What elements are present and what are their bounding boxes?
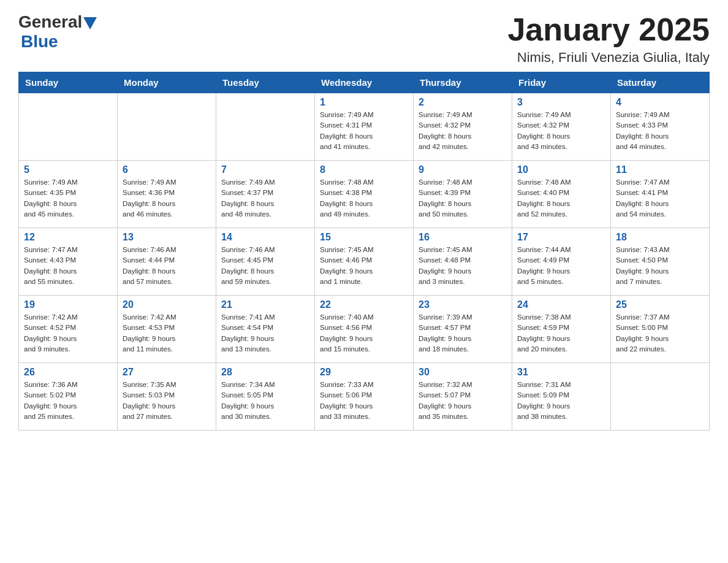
calendar-cell: 1Sunrise: 7:49 AM Sunset: 4:31 PM Daylig… [315, 93, 414, 161]
day-number: 17 [517, 232, 605, 243]
day-info: Sunrise: 7:47 AM Sunset: 4:41 PM Dayligh… [616, 177, 704, 220]
calendar-cell [611, 363, 710, 431]
day-number: 3 [517, 97, 605, 108]
logo-general-text: General [18, 12, 82, 32]
day-info: Sunrise: 7:48 AM Sunset: 4:38 PM Dayligh… [320, 177, 408, 220]
month-title: January 2025 [507, 12, 710, 47]
day-info: Sunrise: 7:32 AM Sunset: 5:07 PM Dayligh… [419, 380, 507, 422]
day-info: Sunrise: 7:46 AM Sunset: 4:45 PM Dayligh… [221, 245, 309, 287]
calendar-cell: 16Sunrise: 7:45 AM Sunset: 4:48 PM Dayli… [414, 228, 512, 296]
calendar-cell: 4Sunrise: 7:49 AM Sunset: 4:33 PM Daylig… [611, 93, 710, 161]
weekday-header-wednesday: Wednesday [315, 72, 414, 93]
calendar-cell: 12Sunrise: 7:47 AM Sunset: 4:43 PM Dayli… [19, 228, 118, 296]
calendar-cell: 6Sunrise: 7:49 AM Sunset: 4:36 PM Daylig… [118, 161, 216, 228]
day-number: 5 [24, 164, 112, 175]
day-info: Sunrise: 7:49 AM Sunset: 4:32 PM Dayligh… [419, 110, 507, 152]
calendar-cell: 13Sunrise: 7:46 AM Sunset: 4:44 PM Dayli… [118, 228, 216, 296]
day-number: 9 [419, 164, 507, 175]
day-info: Sunrise: 7:40 AM Sunset: 4:56 PM Dayligh… [320, 312, 408, 354]
day-number: 13 [123, 232, 211, 243]
day-info: Sunrise: 7:41 AM Sunset: 4:54 PM Dayligh… [221, 312, 309, 354]
calendar-cell: 19Sunrise: 7:42 AM Sunset: 4:52 PM Dayli… [19, 296, 118, 363]
calendar-cell: 20Sunrise: 7:42 AM Sunset: 4:53 PM Dayli… [118, 296, 216, 363]
day-info: Sunrise: 7:46 AM Sunset: 4:44 PM Dayligh… [123, 245, 211, 287]
day-info: Sunrise: 7:49 AM Sunset: 4:32 PM Dayligh… [517, 110, 605, 152]
day-number: 18 [616, 232, 704, 243]
day-info: Sunrise: 7:49 AM Sunset: 4:33 PM Dayligh… [616, 110, 704, 152]
weekday-header-row: SundayMondayTuesdayWednesdayThursdayFrid… [19, 72, 710, 93]
day-info: Sunrise: 7:38 AM Sunset: 4:59 PM Dayligh… [517, 312, 605, 354]
day-info: Sunrise: 7:39 AM Sunset: 4:57 PM Dayligh… [419, 312, 507, 354]
location-title: Nimis, Friuli Venezia Giulia, Italy [507, 50, 710, 66]
calendar-cell: 11Sunrise: 7:47 AM Sunset: 4:41 PM Dayli… [611, 161, 710, 228]
week-row-3: 19Sunrise: 7:42 AM Sunset: 4:52 PM Dayli… [19, 296, 710, 363]
day-number: 4 [616, 97, 704, 108]
day-number: 26 [24, 367, 112, 378]
weekday-header-tuesday: Tuesday [216, 72, 315, 93]
day-info: Sunrise: 7:49 AM Sunset: 4:36 PM Dayligh… [123, 177, 211, 220]
calendar-cell: 24Sunrise: 7:38 AM Sunset: 4:59 PM Dayli… [512, 296, 611, 363]
day-number: 31 [517, 367, 605, 378]
day-number: 22 [320, 299, 408, 310]
day-number: 20 [123, 299, 211, 310]
calendar-cell: 9Sunrise: 7:48 AM Sunset: 4:39 PM Daylig… [414, 161, 512, 228]
day-info: Sunrise: 7:45 AM Sunset: 4:48 PM Dayligh… [419, 245, 507, 287]
calendar-table: SundayMondayTuesdayWednesdayThursdayFrid… [18, 72, 710, 431]
calendar-cell [118, 93, 216, 161]
logo-triangle-icon [83, 17, 97, 29]
day-info: Sunrise: 7:49 AM Sunset: 4:31 PM Dayligh… [320, 110, 408, 152]
day-number: 6 [123, 164, 211, 175]
day-info: Sunrise: 7:31 AM Sunset: 5:09 PM Dayligh… [517, 380, 605, 422]
calendar-cell: 10Sunrise: 7:48 AM Sunset: 4:40 PM Dayli… [512, 161, 611, 228]
calendar-cell: 2Sunrise: 7:49 AM Sunset: 4:32 PM Daylig… [414, 93, 512, 161]
day-number: 12 [24, 232, 112, 243]
day-number: 25 [616, 299, 704, 310]
day-info: Sunrise: 7:49 AM Sunset: 4:35 PM Dayligh… [24, 177, 112, 220]
calendar-cell: 21Sunrise: 7:41 AM Sunset: 4:54 PM Dayli… [216, 296, 315, 363]
day-number: 23 [419, 299, 507, 310]
weekday-header-thursday: Thursday [414, 72, 512, 93]
day-info: Sunrise: 7:35 AM Sunset: 5:03 PM Dayligh… [123, 380, 211, 422]
calendar-cell: 14Sunrise: 7:46 AM Sunset: 4:45 PM Dayli… [216, 228, 315, 296]
calendar-cell: 30Sunrise: 7:32 AM Sunset: 5:07 PM Dayli… [414, 363, 512, 431]
day-number: 29 [320, 367, 408, 378]
day-number: 19 [24, 299, 112, 310]
day-info: Sunrise: 7:33 AM Sunset: 5:06 PM Dayligh… [320, 380, 408, 422]
weekday-header-sunday: Sunday [19, 72, 118, 93]
day-info: Sunrise: 7:42 AM Sunset: 4:52 PM Dayligh… [24, 312, 112, 354]
day-info: Sunrise: 7:43 AM Sunset: 4:50 PM Dayligh… [616, 245, 704, 287]
day-number: 14 [221, 232, 309, 243]
calendar-cell [216, 93, 315, 161]
title-area: January 2025 Nimis, Friuli Venezia Giuli… [507, 12, 710, 66]
calendar-body: 1Sunrise: 7:49 AM Sunset: 4:31 PM Daylig… [19, 93, 710, 431]
weekday-header-monday: Monday [118, 72, 216, 93]
day-number: 24 [517, 299, 605, 310]
calendar-cell: 15Sunrise: 7:45 AM Sunset: 4:46 PM Dayli… [315, 228, 414, 296]
week-row-4: 26Sunrise: 7:36 AM Sunset: 5:02 PM Dayli… [19, 363, 710, 431]
day-info: Sunrise: 7:47 AM Sunset: 4:43 PM Dayligh… [24, 245, 112, 287]
week-row-0: 1Sunrise: 7:49 AM Sunset: 4:31 PM Daylig… [19, 93, 710, 161]
calendar-cell: 5Sunrise: 7:49 AM Sunset: 4:35 PM Daylig… [19, 161, 118, 228]
week-row-1: 5Sunrise: 7:49 AM Sunset: 4:35 PM Daylig… [19, 161, 710, 228]
day-info: Sunrise: 7:49 AM Sunset: 4:37 PM Dayligh… [221, 177, 309, 220]
calendar-cell: 7Sunrise: 7:49 AM Sunset: 4:37 PM Daylig… [216, 161, 315, 228]
day-info: Sunrise: 7:36 AM Sunset: 5:02 PM Dayligh… [24, 380, 112, 422]
day-number: 8 [320, 164, 408, 175]
calendar-cell: 3Sunrise: 7:49 AM Sunset: 4:32 PM Daylig… [512, 93, 611, 161]
calendar-cell: 28Sunrise: 7:34 AM Sunset: 5:05 PM Dayli… [216, 363, 315, 431]
day-info: Sunrise: 7:48 AM Sunset: 4:40 PM Dayligh… [517, 177, 605, 220]
day-info: Sunrise: 7:48 AM Sunset: 4:39 PM Dayligh… [419, 177, 507, 220]
week-row-2: 12Sunrise: 7:47 AM Sunset: 4:43 PM Dayli… [19, 228, 710, 296]
weekday-header-friday: Friday [512, 72, 611, 93]
calendar-cell [19, 93, 118, 161]
day-number: 27 [123, 367, 211, 378]
weekday-header-saturday: Saturday [611, 72, 710, 93]
day-number: 2 [419, 97, 507, 108]
calendar-cell: 22Sunrise: 7:40 AM Sunset: 4:56 PM Dayli… [315, 296, 414, 363]
calendar-cell: 25Sunrise: 7:37 AM Sunset: 5:00 PM Dayli… [611, 296, 710, 363]
day-number: 28 [221, 367, 309, 378]
day-info: Sunrise: 7:37 AM Sunset: 5:00 PM Dayligh… [616, 312, 704, 354]
day-info: Sunrise: 7:45 AM Sunset: 4:46 PM Dayligh… [320, 245, 408, 287]
calendar-cell: 18Sunrise: 7:43 AM Sunset: 4:50 PM Dayli… [611, 228, 710, 296]
calendar-cell: 23Sunrise: 7:39 AM Sunset: 4:57 PM Dayli… [414, 296, 512, 363]
